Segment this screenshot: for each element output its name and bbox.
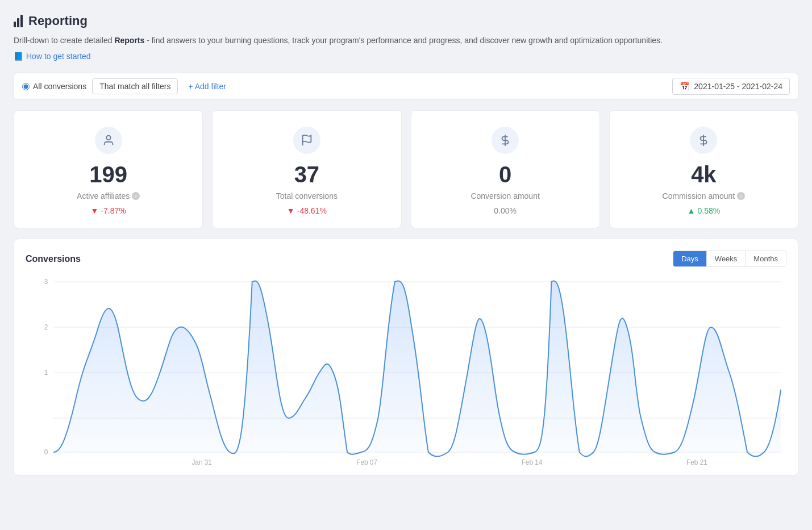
svg-text:3: 3 <box>44 278 48 286</box>
svg-text:2: 2 <box>44 323 48 331</box>
chart-title: Conversions <box>26 254 81 264</box>
reporting-icon <box>14 15 23 27</box>
match-filters-button[interactable]: That match all filters <box>92 78 178 94</box>
book-icon: 📘 <box>14 52 23 61</box>
metric-card-affiliates: 199 Active affiliates i ▼ -7.87% <box>14 110 203 228</box>
metric-card-conversions: 37 Total conversions ▼ -48.61% <box>212 110 401 228</box>
conv-amount-label: Conversion amount <box>470 191 539 201</box>
weeks-button[interactable]: Weeks <box>707 251 746 266</box>
conv-amount-value: 0 <box>499 162 511 187</box>
svg-text:1: 1 <box>44 369 48 377</box>
calendar-icon: 📅 <box>680 82 689 91</box>
description-prefix: Drill-down to create detailed <box>14 36 114 45</box>
metric-cards: 199 Active affiliates i ▼ -7.87% 37 Tota… <box>14 110 798 228</box>
affiliates-label: Active affiliates i <box>77 191 140 201</box>
chart-header: Conversions Days Weeks Months <box>26 251 786 267</box>
add-filter-button[interactable]: + Add filter <box>184 79 231 94</box>
chart-svg: 3 2 1 0 Jan 31 Feb 07 Feb 14 Feb 21 <box>26 276 786 469</box>
down-arrow-icon: ▼ <box>287 206 295 215</box>
svg-text:Feb 14: Feb 14 <box>522 458 543 466</box>
up-arrow-icon: ▲ <box>688 206 696 215</box>
affiliates-change: ▼ -7.87% <box>91 206 126 215</box>
how-to-label: How to get started <box>26 52 91 61</box>
filter-bar: All conversions That match all filters +… <box>14 73 798 100</box>
date-range-button[interactable]: 📅 2021-01-25 - 2021-02-24 <box>672 78 790 95</box>
date-range-label: 2021-01-25 - 2021-02-24 <box>694 82 782 91</box>
commission-icon <box>690 127 717 154</box>
metric-card-conv-amount: 0 Conversion amount 0.00% <box>411 110 600 228</box>
chart-section: Conversions Days Weeks Months <box>14 239 798 475</box>
conversions-change: ▼ -48.61% <box>287 206 327 215</box>
svg-text:0: 0 <box>44 448 48 456</box>
conversions-icon <box>293 127 320 154</box>
conversions-label: Total conversions <box>276 191 338 201</box>
commission-label: Commission amount i <box>663 191 746 201</box>
header-section: Reporting Drill-down to create detailed … <box>14 14 798 61</box>
all-conversions-radio[interactable] <box>22 83 30 90</box>
svg-text:Feb 21: Feb 21 <box>686 458 707 466</box>
affiliates-icon <box>95 127 122 154</box>
commission-change: ▲ 0.58% <box>688 206 721 215</box>
date-range-wrapper: 📅 2021-01-25 - 2021-02-24 <box>672 78 790 95</box>
svg-text:Feb 07: Feb 07 <box>356 458 377 466</box>
page-description: Drill-down to create detailed Reports - … <box>14 34 798 47</box>
affiliates-info-icon[interactable]: i <box>132 192 140 200</box>
svg-point-0 <box>106 136 110 140</box>
months-button[interactable]: Months <box>746 251 786 266</box>
commission-info-icon[interactable]: i <box>737 192 745 200</box>
page-title-row: Reporting <box>14 14 798 28</box>
conversions-value: 37 <box>294 162 320 187</box>
commission-value: 4k <box>691 162 717 187</box>
svg-text:Jan 31: Jan 31 <box>191 458 212 466</box>
page-title: Reporting <box>28 14 88 28</box>
chart-time-buttons: Days Weeks Months <box>673 251 786 267</box>
description-suffix: - find answers to your burning questions… <box>144 36 663 45</box>
conv-amount-icon <box>492 127 519 154</box>
metric-card-commission: 4k Commission amount i ▲ 0.58% <box>609 110 798 228</box>
how-to-link[interactable]: 📘 How to get started <box>14 52 91 61</box>
page-container: Reporting Drill-down to create detailed … <box>0 0 812 475</box>
all-conversions-label: All conversions <box>33 82 86 91</box>
days-button[interactable]: Days <box>673 251 707 266</box>
all-conversions-filter[interactable]: All conversions <box>22 82 86 91</box>
description-bold: Reports <box>114 36 144 45</box>
chart-area: 3 2 1 0 Jan 31 Feb 07 Feb 14 Feb 21 <box>26 276 786 469</box>
down-arrow-icon: ▼ <box>91 206 99 215</box>
affiliates-value: 199 <box>89 162 127 187</box>
conv-amount-change: 0.00% <box>494 206 517 215</box>
